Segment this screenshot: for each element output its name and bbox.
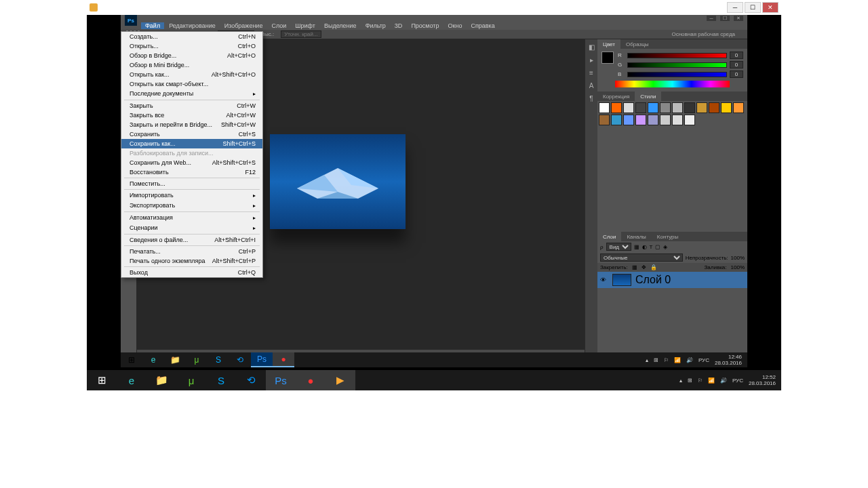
g-slider[interactable] [627,62,727,68]
filter-type-icon[interactable]: T [650,244,653,250]
style-swatch[interactable] [709,102,719,113]
file-menu-item[interactable]: Сохранить для Web...Alt+Shift+Ctrl+S [121,158,262,167]
style-swatch[interactable] [611,115,622,125]
history-icon[interactable]: ◧ [589,43,595,51]
workspace-label[interactable]: Основная рабочая среда [665,31,742,37]
properties-icon[interactable]: ≡ [589,69,593,77]
menu-layer[interactable]: Слои [267,22,290,29]
teamviewer-icon-outer[interactable]: ⟲ [236,370,266,390]
tab-styles[interactable]: Стили [635,92,661,101]
tab-adjustments[interactable]: Коррекция [597,92,635,101]
tray-volume-icon-outer[interactable]: 🔊 [720,378,727,384]
explorer-icon[interactable]: 📁 [164,352,186,367]
style-swatch[interactable] [672,102,683,113]
actions-icon[interactable]: ▸ [590,56,593,64]
ps-minimize-button[interactable]: ─ [707,16,716,21]
utorrent-icon-outer[interactable]: μ [176,370,206,390]
tray-up-icon-outer[interactable]: ▴ [679,378,682,384]
style-swatch[interactable] [733,102,744,113]
file-menu-item[interactable]: Автоматизация [121,213,262,223]
menu-filter[interactable]: Фильтр [361,22,390,29]
tray-network-icon[interactable]: 📶 [674,357,681,363]
filter-shape-icon[interactable]: ▢ [655,244,660,250]
tab-layers[interactable]: Слои [597,232,621,241]
menu-3d[interactable]: 3D [391,22,407,29]
menu-edit[interactable]: Редактирование [165,22,220,29]
menu-type[interactable]: Шрифт [291,22,319,29]
tab-color[interactable]: Цвет [597,39,620,49]
file-menu-item[interactable]: Печатать...Ctrl+P [121,247,262,256]
file-menu-item[interactable]: Открыть как...Alt+Shift+Ctrl+O [121,70,262,79]
layer-thumbnail[interactable] [612,274,631,286]
recorder-icon[interactable]: ● [273,352,294,367]
outer-minimize-button[interactable]: ─ [727,2,743,13]
opacity-value[interactable]: 100% [731,255,745,261]
menu-file[interactable]: Файл [141,22,164,29]
ie-icon-outer[interactable]: e [117,370,146,390]
g-value[interactable]: 0 [730,61,743,68]
tray-action-icon-outer[interactable]: ⊞ [688,378,692,384]
menu-select[interactable]: Выделение [320,22,361,29]
outer-close-button[interactable]: ✕ [762,2,778,13]
r-slider[interactable] [627,53,727,58]
tray-volume-icon[interactable]: 🔊 [686,357,693,363]
b-value[interactable]: 0 [730,70,743,78]
menu-image[interactable]: Изображение [220,22,267,29]
style-swatch[interactable] [611,102,622,113]
filter-pixel-icon[interactable]: ▦ [634,244,639,250]
tray-network-icon-outer[interactable]: 📶 [708,378,715,384]
file-menu-item[interactable]: Последние документы [121,89,262,99]
tab-channels[interactable]: Каналы [621,232,651,241]
paragraph-icon[interactable]: ¶ [589,95,593,102]
style-swatch[interactable] [635,115,646,125]
tray-up-icon[interactable]: ▴ [646,357,648,363]
teamviewer-icon[interactable]: ⟲ [229,352,251,367]
style-swatch[interactable] [684,115,695,125]
style-swatch[interactable] [648,102,658,113]
menu-help[interactable]: Справка [467,22,498,29]
file-menu-item[interactable]: Открыть как смарт-объект... [121,79,262,89]
b-slider[interactable] [627,72,727,77]
style-swatch[interactable] [623,115,634,125]
style-swatch[interactable] [648,115,658,125]
tray-lang[interactable]: РУС [698,357,709,363]
file-menu-item[interactable]: СохранитьCtrl+S [121,129,262,139]
menu-window[interactable]: Окно [443,22,466,29]
start-button-outer[interactable]: ⊞ [87,370,117,390]
tab-swatches[interactable]: Образцы [620,39,654,49]
inner-clock[interactable]: 12:46 28.03.2016 [715,354,742,366]
file-menu-item[interactable]: Сохранить как...Shift+Ctrl+S [121,139,262,148]
file-menu-item[interactable]: ВыходCtrl+Q [121,268,262,277]
skype-icon-outer[interactable]: S [206,370,236,390]
fill-value[interactable]: 100% [731,264,745,270]
file-menu-item[interactable]: Закрыть всеAlt+Ctrl+W [121,110,262,120]
outer-clock[interactable]: 12:52 28.03.2016 [749,374,776,386]
filter-smart-icon[interactable]: ◈ [663,244,667,250]
menu-view[interactable]: Просмотр [407,22,443,29]
lock-all-icon[interactable]: 🔒 [650,264,657,270]
style-swatch[interactable] [684,102,695,113]
lock-position-icon[interactable]: ✥ [642,264,646,270]
file-menu-item[interactable]: Импортировать [121,190,262,201]
style-swatch[interactable] [635,102,646,113]
file-menu-item[interactable]: Сценарии [121,223,262,233]
start-button[interactable]: ⊞ [121,352,142,367]
outer-maximize-button[interactable]: ☐ [745,2,761,13]
style-swatch[interactable] [660,102,671,113]
file-menu-item[interactable]: Открыть...Ctrl+O [121,41,262,51]
photoshop-taskbar-icon[interactable]: Ps [251,352,273,367]
hue-ramp[interactable] [615,81,730,87]
filter-adjust-icon[interactable]: ◐ [642,244,647,250]
ps-maximize-button[interactable]: ☐ [720,16,730,21]
file-menu-item[interactable]: Экспортировать [121,201,262,211]
utorrent-icon[interactable]: μ [186,352,208,367]
recorder-icon-outer[interactable]: ● [296,370,326,390]
ps-close-button[interactable]: ✕ [734,16,743,21]
media-player-taskbar-icon[interactable]: ▶ [326,370,355,390]
style-swatch[interactable] [599,102,610,113]
refine-edge-button[interactable] [281,30,321,38]
file-menu-item[interactable]: Закрыть и перейти в Bridge...Shift+Ctrl+… [121,120,262,129]
file-menu-item[interactable]: Сведения о файле...Alt+Shift+Ctrl+I [121,235,262,245]
style-swatch[interactable] [672,115,683,125]
file-menu-item[interactable]: Обзор в Mini Bridge... [121,60,262,70]
